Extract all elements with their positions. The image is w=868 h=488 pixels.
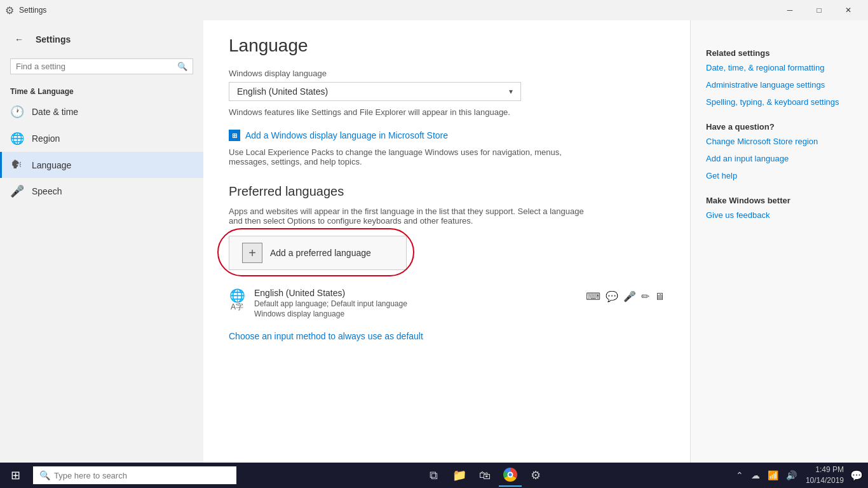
date-time-icon: 🕐 — [10, 105, 23, 119]
add-lang-btn-label: Add a preferred language — [270, 248, 371, 258]
main-content: Language Windows display language Englis… — [203, 20, 690, 463]
back-button[interactable]: ← — [10, 30, 28, 48]
sidebar-item-region[interactable]: 🌐 Region — [0, 125, 203, 152]
get-help-link[interactable]: Get help — [706, 171, 853, 180]
sidebar-section-label: Time & Language — [0, 79, 203, 98]
lang-dropdown-value: English (United States) — [237, 86, 328, 97]
lang-icon-stack: 🌐 A字 — [229, 288, 245, 313]
sidebar-item-label-language: Language — [32, 160, 71, 170]
sidebar-item-speech[interactable]: 🎤 Speech — [0, 178, 203, 205]
title-bar: ⚙ Settings ─ □ ✕ — [0, 0, 868, 20]
handwrite-icon: ✏ — [641, 290, 649, 302]
ms-store-link-label: Add a Windows display language in Micros… — [245, 130, 448, 140]
maximize-button[interactable]: □ — [804, 0, 834, 20]
chevron-up-icon[interactable]: ⌃ — [733, 468, 746, 483]
speech-icon: 🎤 — [10, 184, 23, 198]
lang-feature-icons: ⌨ 💬 🎤 ✏ 🖥 — [586, 290, 665, 302]
date-time-regional-link[interactable]: Date, time, & regional formatting — [706, 63, 853, 72]
clock-date: 10/14/2019 — [806, 475, 844, 486]
spelling-typing-link[interactable]: Spelling, typing, & keyboard settings — [706, 97, 853, 107]
chevron-down-icon: ▾ — [509, 87, 513, 96]
sidebar-app-title: Settings — [36, 34, 71, 44]
settings-app-icon: ⚙ — [5, 4, 14, 17]
ms-store-region-link[interactable]: Change Microsoft Store region — [706, 137, 853, 146]
taskbar-right: ⌃ ☁ 📶 🔊 1:49 PM 10/14/2019 💬 — [733, 464, 868, 486]
notification-icon[interactable]: 💬 — [850, 470, 863, 482]
taskbar-search-box[interactable]: 🔍 — [33, 466, 236, 484]
feedback-link[interactable]: Give us feedback — [706, 210, 853, 220]
preferred-languages-title: Preferred languages — [229, 184, 665, 199]
network-icon[interactable]: ☁ — [749, 468, 763, 483]
clock[interactable]: 1:49 PM 10/14/2019 — [802, 464, 848, 486]
choose-input-link-label: Choose an input method to always use as … — [229, 331, 423, 341]
minimize-button[interactable]: ─ — [775, 0, 804, 20]
store-taskbar-button[interactable]: 🛍 — [473, 464, 496, 487]
search-box: 🔍 — [10, 58, 193, 74]
choose-input-link[interactable]: Choose an input method to always use as … — [229, 331, 423, 341]
search-icon: 🔍 — [177, 62, 187, 71]
lang-name: English (United States) — [254, 288, 577, 298]
taskview-button[interactable]: ⧉ — [423, 464, 445, 487]
clock-time: 1:49 PM — [806, 464, 844, 475]
start-button[interactable]: ⊞ — [0, 463, 31, 488]
taskbar-search-icon: 🔍 — [39, 470, 50, 480]
volume-icon[interactable]: 🔊 — [783, 468, 799, 483]
local-exp-note: Use Local Experience Packs to change the… — [229, 147, 585, 166]
lang-details: English (United States) Default app lang… — [254, 288, 577, 318]
related-settings-label: Related settings — [706, 48, 853, 58]
add-preferred-language-button[interactable]: + Add a preferred language — [229, 236, 407, 270]
add-lang-container: + Add a preferred language — [229, 236, 407, 270]
region-icon: 🌐 — [10, 132, 23, 146]
chrome-icon — [503, 468, 517, 482]
lang-dropdown[interactable]: English (United States) ▾ — [229, 82, 521, 101]
ms-store-link[interactable]: ⊞ Add a Windows display language in Micr… — [229, 130, 665, 141]
plus-icon: + — [242, 243, 262, 263]
keyboard-icon: ⌨ — [586, 290, 600, 302]
taskbar-middle: ⧉ 📁 🛍 ⚙ — [417, 464, 552, 487]
language-list-item[interactable]: 🌐 A字 English (United States) Default app… — [229, 283, 665, 323]
page-title: Language — [229, 36, 665, 56]
az-icon: A字 — [231, 302, 243, 313]
sidebar-item-date-time[interactable]: 🕐 Date & time — [0, 98, 203, 125]
sidebar-item-language[interactable]: 🗣 Language — [0, 152, 203, 178]
have-question-label: Have a question? — [706, 122, 853, 132]
close-button[interactable]: ✕ — [834, 0, 863, 20]
sidebar: ← Settings 🔍 Time & Language 🕐 Date & ti… — [0, 20, 203, 463]
microsoft-store-icon: ⊞ — [229, 130, 240, 141]
taskbar-left: ⊞ 🔍 — [0, 463, 236, 488]
title-bar-left: ⚙ Settings — [5, 4, 46, 17]
add-input-lang-link[interactable]: Add an input language — [706, 154, 853, 163]
admin-language-link[interactable]: Administrative language settings — [706, 80, 853, 90]
lang-sub1: Default app language; Default input lang… — [254, 299, 577, 308]
taskbar: ⊞ 🔍 ⧉ 📁 🛍 ⚙ ⌃ ☁ 📶 🔊 1:49 PM 10/14/2019 💬 — [0, 463, 868, 488]
display-icon: 🖥 — [654, 291, 665, 302]
taskbar-search-input[interactable] — [54, 471, 230, 480]
sidebar-item-label-speech: Speech — [32, 186, 62, 196]
lang-note: Windows features like Settings and File … — [229, 107, 546, 117]
make-better-label: Make Windows better — [706, 196, 853, 205]
sidebar-header: ← Settings — [0, 25, 203, 53]
sidebar-item-label-region: Region — [32, 133, 60, 144]
display-lang-label: Windows display language — [229, 69, 665, 78]
chrome-taskbar-button[interactable] — [499, 464, 522, 487]
settings-taskbar-button[interactable]: ⚙ — [524, 464, 547, 487]
speech-feat-icon: 💬 — [606, 290, 618, 302]
title-bar-title: Settings — [19, 6, 46, 15]
chrome-inner-circle — [507, 472, 513, 478]
globe-icon: 🌐 — [229, 288, 245, 303]
file-explorer-button[interactable]: 📁 — [448, 464, 471, 487]
sidebar-item-label-date-time: Date & time — [32, 107, 78, 117]
search-input[interactable] — [16, 62, 173, 71]
preferred-note: Apps and websites will appear in the fir… — [229, 207, 585, 226]
lang-sub2: Windows display language — [254, 309, 577, 318]
title-bar-controls: ─ □ ✕ — [775, 0, 863, 20]
language-icon: 🗣 — [10, 158, 23, 172]
mic-feat-icon: 🎤 — [623, 290, 636, 302]
wifi-icon[interactable]: 📶 — [765, 468, 781, 483]
right-panel: Related settings Date, time, & regional … — [690, 20, 868, 463]
app-body: ← Settings 🔍 Time & Language 🕐 Date & ti… — [0, 20, 868, 463]
